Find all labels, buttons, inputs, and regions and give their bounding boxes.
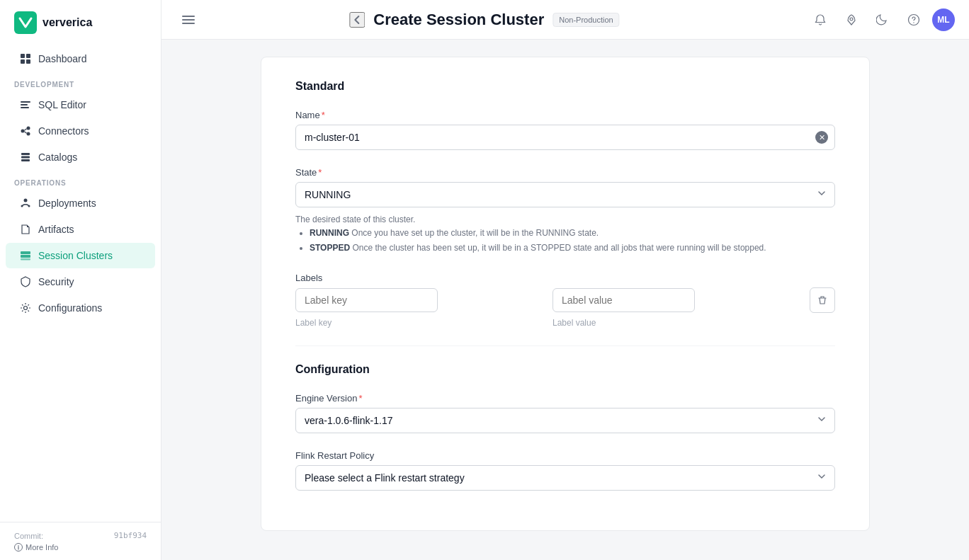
engine-version-select[interactable]: vera-1.0.6-flink-1.17 [295, 408, 835, 433]
state-field-group: State * RUNNING STOPPED The desired stat… [295, 167, 835, 256]
svg-rect-11 [21, 153, 30, 155]
back-arrow-icon [351, 13, 363, 26]
svg-rect-23 [182, 19, 195, 21]
dashboard-icon [20, 53, 31, 64]
back-button[interactable] [349, 12, 365, 28]
section-configuration-title: Configuration [295, 363, 835, 376]
configurations-icon [20, 302, 31, 314]
engine-version-field-group: Engine Version * vera-1.0.6-flink-1.17 [295, 393, 835, 433]
name-input-wrapper: ✕ [295, 125, 835, 150]
state-label: State * [295, 167, 835, 178]
svg-rect-13 [21, 159, 30, 161]
moon-icon [876, 13, 889, 26]
topbar: Create Session Cluster Non-Production ML [162, 0, 969, 40]
svg-rect-22 [182, 16, 195, 17]
sidebar-item-configurations[interactable]: Configurations [6, 295, 155, 321]
sidebar-item-sql-editor[interactable]: SQL Editor [6, 92, 155, 118]
state-help-running: Once you have set up the cluster, it wil… [351, 228, 599, 238]
sidebar-nav: Dashboard DEVELOPMENT SQL Editor Connect… [0, 45, 161, 522]
svg-point-20 [24, 307, 28, 310]
svg-rect-12 [21, 156, 30, 159]
svg-rect-2 [26, 54, 30, 58]
main-area: Create Session Cluster Non-Production ML… [162, 0, 969, 560]
state-select-wrapper: RUNNING STOPPED [295, 182, 835, 207]
svg-rect-0 [14, 11, 37, 34]
sidebar: ververica Dashboard DEVELOPMENT SQL Edit… [0, 0, 162, 560]
bell-icon [814, 13, 827, 26]
artifacts-icon [20, 224, 31, 235]
svg-rect-1 [21, 54, 25, 58]
name-label: Name * [295, 110, 835, 120]
ververica-logo-icon [14, 11, 37, 34]
sidebar-item-label: Catalogs [38, 152, 77, 163]
svg-point-14 [24, 199, 28, 202]
sidebar-item-connectors[interactable]: Connectors [6, 118, 155, 144]
label-delete-button[interactable] [810, 287, 835, 313]
sidebar-item-dashboard[interactable]: Dashboard [6, 46, 155, 72]
sidebar-item-label: Connectors [38, 125, 89, 137]
labels-field-group: Labels Label ke [295, 273, 835, 328]
svg-rect-17 [21, 251, 30, 254]
labels-label: Labels [295, 273, 835, 283]
sidebar-item-catalogs[interactable]: Catalogs [6, 144, 155, 170]
labels-row [295, 287, 835, 313]
sidebar-item-security[interactable]: Security [6, 269, 155, 295]
svg-rect-3 [21, 59, 25, 64]
sidebar-item-label: Dashboard [38, 53, 87, 64]
flink-restart-select[interactable]: Please select a Flink restart strategy [295, 465, 835, 491]
form-container: Standard Name * ✕ State * [261, 57, 870, 531]
logo[interactable]: ververica [0, 0, 161, 45]
content-area: Standard Name * ✕ State * [162, 40, 969, 560]
more-info-link[interactable]: More Info [14, 543, 147, 552]
catalogs-icon [20, 152, 31, 163]
more-info-label: More Info [26, 543, 58, 552]
topbar-right: ML [808, 7, 955, 33]
state-required-indicator: * [318, 167, 322, 178]
commit-label: Commit: [14, 532, 43, 540]
svg-rect-5 [21, 101, 30, 103]
sidebar-item-artifacts[interactable]: Artifacts [6, 217, 155, 242]
sidebar-item-label: Configurations [38, 302, 102, 314]
section-label-development: DEVELOPMENT [0, 72, 161, 91]
topbar-left [176, 7, 201, 33]
user-avatar[interactable]: ML [932, 8, 955, 31]
sidebar-item-session-clusters[interactable]: Session Clusters [6, 243, 155, 268]
state-help-text: The desired state of this cluster. RUNNI… [295, 213, 835, 256]
svg-rect-7 [21, 107, 29, 108]
name-required-indicator: * [322, 110, 325, 120]
state-help-stopped: Once the cluster has been set up, it wil… [352, 243, 766, 253]
flink-restart-select-wrapper: Please select a Flink restart strategy [295, 465, 835, 491]
section-divider [295, 345, 835, 346]
menu-toggle-button[interactable] [176, 7, 201, 33]
labels-inputs [295, 288, 804, 312]
label-key-sublabel: Label key [295, 318, 332, 328]
notifications-button[interactable] [808, 7, 833, 33]
sidebar-footer: Commit: 91bf934 More Info [0, 522, 161, 560]
security-icon [20, 276, 31, 287]
label-value-input[interactable] [552, 288, 695, 312]
deploy-button[interactable] [839, 7, 864, 33]
brand-name: ververica [42, 16, 92, 29]
theme-toggle-button[interactable] [870, 7, 895, 33]
environment-badge: Non-Production [552, 13, 619, 27]
svg-rect-4 [26, 59, 30, 64]
sidebar-item-deployments[interactable]: Deployments [6, 190, 155, 216]
sidebar-item-label: Session Clusters [38, 250, 113, 261]
flink-restart-field-group: Flink Restart Policy Please select a Fli… [295, 450, 835, 491]
label-value-sublabel: Label value [552, 318, 596, 328]
section-label-operations: OPERATIONS [0, 171, 161, 190]
info-icon [14, 543, 23, 552]
svg-rect-24 [182, 23, 195, 24]
state-select[interactable]: RUNNING STOPPED [295, 182, 835, 207]
name-input[interactable] [295, 125, 835, 150]
deployments-icon [20, 198, 31, 209]
sidebar-item-label: SQL Editor [38, 99, 86, 110]
page-header: Create Session Cluster Non-Production [349, 11, 619, 29]
name-clear-button[interactable]: ✕ [815, 131, 828, 144]
label-key-input[interactable] [295, 288, 438, 312]
trash-icon [817, 295, 827, 305]
engine-version-select-wrapper: vera-1.0.6-flink-1.17 [295, 408, 835, 433]
svg-point-15 [21, 205, 23, 207]
help-button[interactable] [901, 7, 926, 33]
svg-point-9 [27, 127, 30, 130]
